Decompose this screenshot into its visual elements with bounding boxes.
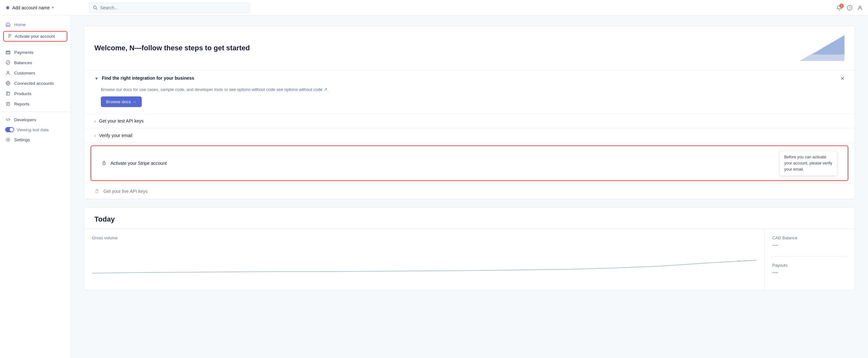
- payments-icon: [5, 49, 11, 55]
- sidebar-payments-label: Payments: [14, 50, 33, 55]
- sidebar-balances-label: Balances: [14, 60, 32, 65]
- sidebar-settings-label: Settings: [14, 137, 30, 142]
- svg-point-12: [7, 71, 9, 73]
- find-integration-content: Find the right integration for your busi…: [102, 76, 840, 82]
- side-divider: [772, 256, 847, 256]
- search-input[interactable]: [100, 5, 246, 10]
- find-integration-header[interactable]: ▼ Find the right integration for your bu…: [84, 70, 855, 87]
- products-icon: [5, 91, 11, 97]
- sidebar-item-activate[interactable]: Activate your account: [3, 31, 67, 42]
- sidebar-reports-label: Reports: [14, 102, 29, 106]
- live-api-keys-label: Get your live API keys: [103, 189, 148, 194]
- sidebar-divider-1: [0, 44, 70, 45]
- chevron-down-icon: ▾: [52, 5, 54, 10]
- account-selector[interactable]: Add account name ▾: [5, 5, 89, 10]
- gross-volume-chart: [92, 244, 756, 276]
- verify-email-chevron: ›: [94, 133, 96, 138]
- customers-icon: [5, 70, 11, 76]
- find-integration-link-text: see options without code ↗.: [276, 87, 328, 92]
- notification-badge: 2: [839, 4, 844, 8]
- sidebar-item-payments[interactable]: Payments: [0, 47, 70, 57]
- sidebar-divider-2: [0, 112, 70, 112]
- welcome-title: Welcome, N—follow these steps to get sta…: [94, 44, 250, 52]
- live-api-keys-row[interactable]: Get your live API keys: [84, 184, 855, 199]
- sidebar-products-label: Products: [14, 91, 31, 96]
- cad-balance-metric: CAD Balance —: [772, 236, 847, 248]
- layout: Home Activate your account Payments: [0, 16, 868, 358]
- svg-rect-1: [6, 6, 9, 9]
- find-integration-close[interactable]: ✕: [840, 76, 844, 82]
- reports-icon: [5, 101, 11, 107]
- sidebar-customers-label: Customers: [14, 71, 35, 76]
- svg-rect-21: [96, 191, 98, 193]
- search-icon: [93, 5, 97, 10]
- sidebar-item-connected-accounts[interactable]: Connected accounts: [0, 78, 70, 88]
- search-bar[interactable]: [89, 3, 250, 13]
- verify-email-label: Verify your email: [99, 133, 132, 138]
- list-icon: [7, 33, 12, 39]
- topbar: Add account name ▾ 2 ?: [0, 0, 868, 16]
- sidebar-developers-label: Developers: [14, 117, 36, 122]
- welcome-triangle-graphic: [780, 35, 844, 61]
- settings-icon: [5, 137, 11, 142]
- sidebar-item-customers[interactable]: Customers: [0, 68, 70, 78]
- sidebar: Home Activate your account Payments: [0, 16, 71, 358]
- notifications-button[interactable]: 2: [836, 5, 842, 11]
- viewing-test-data-label: Viewing test data: [17, 128, 49, 132]
- svg-point-6: [859, 6, 861, 8]
- developers-icon: [5, 117, 11, 122]
- live-api-keys-section: Get your live API keys: [84, 184, 855, 199]
- find-integration-section: ▼ Find the right integration for your bu…: [84, 70, 855, 114]
- svg-text:?: ?: [849, 6, 850, 10]
- test-api-keys-section: › Get your test API keys: [84, 114, 855, 128]
- welcome-header: Welcome, N—follow these steps to get sta…: [84, 26, 855, 70]
- topbar-actions: 2 ?: [836, 5, 863, 11]
- home-small-icon: [5, 5, 10, 10]
- viewing-test-data-toggle[interactable]: [5, 127, 14, 132]
- sidebar-item-home[interactable]: Home: [0, 19, 70, 30]
- sidebar-item-products[interactable]: Products: [0, 88, 70, 99]
- today-side: CAD Balance — Payouts —: [765, 229, 855, 290]
- connected-accounts-icon: [5, 80, 11, 86]
- gross-volume-label: Gross volume: [92, 236, 756, 240]
- toggle-knob: [10, 128, 13, 132]
- payouts-label: Payouts: [772, 263, 847, 268]
- sidebar-item-reports[interactable]: Reports: [0, 99, 70, 109]
- svg-point-16: [7, 139, 9, 141]
- verify-email-section: › Verify your email: [84, 128, 855, 143]
- verify-email-row[interactable]: › Verify your email: [84, 128, 855, 142]
- cad-balance-value: —: [772, 242, 847, 248]
- browse-docs-button[interactable]: Browse docs →: [101, 97, 142, 107]
- test-data-toggle-row: Viewing test data: [0, 125, 70, 135]
- svg-rect-9: [8, 37, 10, 37]
- test-api-keys-row[interactable]: › Get your test API keys: [84, 114, 855, 128]
- svg-line-3: [96, 8, 97, 9]
- sidebar-item-developers[interactable]: Developers: [0, 114, 70, 125]
- help-button[interactable]: ?: [847, 5, 852, 11]
- balances-icon: [5, 60, 11, 65]
- test-api-keys-label: Get your test API keys: [99, 118, 144, 123]
- sidebar-item-settings[interactable]: Settings: [0, 135, 70, 145]
- today-grid: Gross volume CAD Balance — Payouts: [84, 229, 855, 290]
- cad-balance-label: CAD Balance: [772, 236, 847, 240]
- activate-account-section: Activate your Stripe account Before you …: [84, 145, 855, 184]
- svg-rect-8: [8, 35, 11, 36]
- test-api-keys-chevron: ›: [94, 119, 96, 123]
- sidebar-home-label: Home: [14, 22, 26, 27]
- find-integration-title: Find the right integration for your busi…: [102, 76, 840, 81]
- activate-tooltip: Before you can activate your account, pl…: [779, 150, 837, 176]
- lock-icon: [101, 160, 107, 166]
- activate-account-row[interactable]: Activate your Stripe account Before you …: [91, 145, 848, 181]
- find-integration-desc-text: Browse our docs for use cases, sample co…: [101, 87, 228, 92]
- find-integration-description: Browse our docs for use cases, sample co…: [101, 87, 844, 92]
- live-lock-icon: [94, 188, 100, 194]
- find-integration-body: Browse our docs for use cases, sample co…: [84, 87, 855, 113]
- svg-point-11: [6, 61, 10, 64]
- svg-point-20: [104, 164, 104, 164]
- sidebar-item-balances[interactable]: Balances: [0, 57, 70, 68]
- no-code-link[interactable]: see options without code: [229, 87, 275, 92]
- today-section: Today Gross volume CAD Balance —: [84, 207, 855, 290]
- home-icon: [5, 22, 11, 27]
- user-button[interactable]: [857, 5, 863, 11]
- activate-stripe-label: Activate your Stripe account: [111, 161, 779, 166]
